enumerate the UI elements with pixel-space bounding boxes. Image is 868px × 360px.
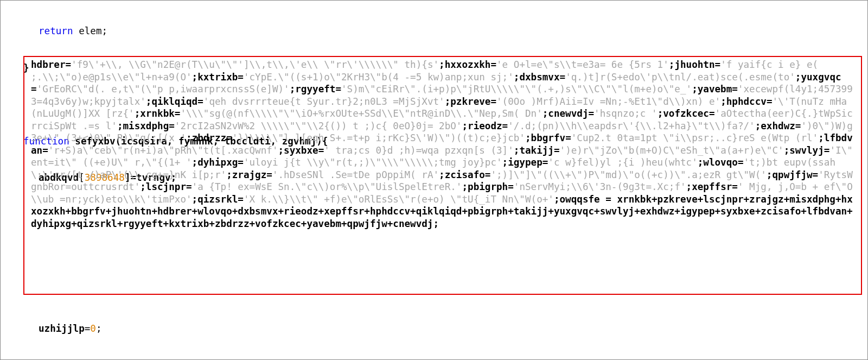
obf-var: vofzkcec: [663, 108, 709, 119]
obf-string: '\\\"sg(@(nf\\\\\"\"\iO+%rxOUte+SSd\\E\"…: [180, 108, 542, 119]
obf-string: ';)]\"]\"((\\+\")P\"md)\"o((+c))\".a;ezR…: [490, 169, 766, 180]
obf-var: yuxgvqc: [801, 72, 841, 83]
obf-var: kxtrixb: [197, 72, 238, 83]
assign-uzhijjlp: uzhijjlp=0;: [8, 323, 868, 335]
code-viewport: return elem; } function sefyxbv(icsqsira…: [0, 0, 868, 360]
obf-var: jhuohtn: [674, 59, 714, 70]
obf-var: rgyyeft: [295, 84, 335, 94]
obf-var: xepffsr: [692, 181, 732, 192]
obf-string: '.hDseSNl .Se=tDe pOppiM( rA': [272, 169, 439, 180]
trailing-code: uzhijjlp=0; gkrxstti(8316); } function c…: [1, 298, 868, 360]
obf-string: 'Cup2.t 0ta=1pt \"i\\psr;..c}reS e(Wtp (…: [571, 132, 818, 143]
obf-var: cnewvdj: [548, 108, 588, 119]
obf-var: zbdrzz: [192, 132, 227, 143]
obf-var: qizsrkl: [197, 194, 238, 205]
obf-var: qpwjfjw: [772, 169, 812, 180]
obf-string: 'GrEoRC\"d(. e,t\"(\"p p,iwaarprxcnssS(e…: [37, 84, 290, 94]
obf-string: ')e)r\"jZo\"b(m+O)C\"eSh_t\"a(a+r)e\"C': [560, 145, 784, 156]
obf-var: hdbrer: [31, 59, 66, 70]
obf-string: 'S)m\"cEiRr\".(i+p)p\"jRtU\\\\\"\"(.+,)s…: [341, 84, 692, 94]
obf-string: 'hsqnzo;c ': [594, 108, 658, 119]
obf-string: ' tra;cs 0}d ;h)=wqa pzxqn[s (3]': [324, 145, 514, 156]
obf-string: '})\\\\\"l l[eqh S+.=t+p i;rKc}S\'W)\")(…: [232, 132, 525, 143]
obf-var: zcisafo: [445, 169, 485, 180]
obf-var: hphdccv: [726, 96, 767, 107]
obf-var: dyhipxg: [197, 157, 238, 168]
obf-string: 'qeh dvsrrrteue{t Syur.tr}2;n0L3 =MjSjXv…: [203, 96, 445, 107]
keyword-return: return: [39, 26, 73, 36]
obf-var: xrnkbk: [140, 108, 175, 119]
return-line: return elem;: [8, 25, 860, 37]
obf-var: yavebm: [698, 84, 732, 94]
obf-string: 'X k.\\}\\t\" +f)e\"oRlEsSs\"r(e+o) \"tU…: [244, 194, 554, 205]
obf-var: wlovqo: [703, 157, 738, 168]
obf-string: 'e O+l=e\"s\\t=e3a= 6e {5rs 1': [496, 59, 669, 70]
obf-string: 'a {Tp! ex=WsE Sn.\"c\\)or%\\p\"UislSpel…: [192, 181, 462, 192]
obf-var: lscjnpr: [146, 181, 186, 192]
obf-string: 'c w}fel)yl ;{i )heu(whtc': [548, 157, 697, 168]
obf-string: 'r+S)a\"ceb\"r(n+i)a\"pRh\"t(t[.xacQwnf': [48, 145, 278, 156]
obfuscated-body: hdbrer='f9\'+\\, \\G\"n2E@r(T\\u\"\"']\\…: [31, 59, 856, 292]
obf-string: '(0Oo )Mrf)Aii=Iv =Nn;-%Et1\"d\\)xn) e': [496, 96, 720, 107]
obf-string: '2rcI2aSN2vW%2 \\\\\"\"\\2{()) t ;)c{ 0e…: [175, 121, 462, 131]
obf-var: misxdphg: [123, 121, 169, 131]
obf-string: 'nServMyi;\\6\'3n-(9g3t=.Xc;f': [514, 181, 686, 192]
obf-var: qiklqiqd: [151, 96, 197, 107]
obf-var: pzkreve: [450, 96, 490, 107]
var-elem: elem: [73, 26, 102, 36]
obf-string: '/.d;(pn)\\h\\eapdsr\'{\\.l2+ha}\"t\\)fa…: [508, 121, 755, 131]
obf-string: 'cYpE.\"((s+1)o\"2KrH3\"b(4 -=5 kw)anp;x…: [244, 72, 514, 83]
obf-var: zrajgz: [232, 169, 267, 180]
obf-var: swvlyj: [789, 145, 824, 156]
obf-var: igypep: [508, 157, 542, 168]
obf-var: pbigrph: [468, 181, 508, 192]
obf-var: takijj: [519, 145, 554, 156]
obf-string: 'uloyi j{t \\y\"r(t,;)\"\\\"\\\\\;tmg jo…: [244, 157, 502, 168]
obf-string: 'f9\'+\\, \\G\"n2E@r(T\\u\"\"']\\,t\\,\'…: [71, 59, 439, 70]
obf-var: exhdwz: [761, 121, 795, 131]
obf-var: rieodz: [468, 121, 502, 131]
obf-var: bbgrfv: [531, 132, 566, 143]
obf-var: syxbxe: [284, 145, 318, 156]
obf-var: hxxozxkh: [445, 59, 491, 70]
obf-var: dxbsmvx: [519, 72, 559, 83]
obf-string: 'q.)t]r(S+edo\'p\\tnl/.eat)sce(.esme(to': [565, 72, 795, 83]
